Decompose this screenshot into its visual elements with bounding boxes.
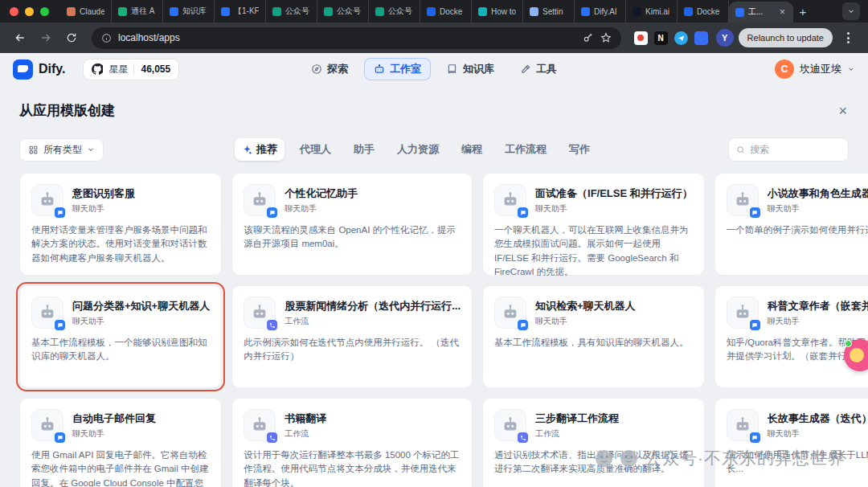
forward-button[interactable] (35, 27, 56, 48)
card-description: 此示例演示如何在迭代节点内使用并行运行。 （迭代内并行运行） (244, 336, 461, 364)
user-name: 坎迪亚埃 (800, 62, 841, 76)
tab-label: Kimi.ai (645, 7, 670, 16)
template-card[interactable]: 自动电子邮件回复聊天助手使用 Gmail API 回复电子邮件。它将自动检索您收… (19, 398, 222, 487)
arrow-left-icon (14, 31, 27, 44)
card-title: 自动电子邮件回复 (72, 411, 156, 426)
template-card[interactable]: 科普文章作者（嵌套并行）聊天助手知乎/Quora科普文章作者。帮助用户更快地理解… (714, 285, 868, 388)
browser-tab[interactable]: Docke (420, 0, 472, 23)
telegram-extension-icon[interactable] (674, 31, 688, 45)
template-card[interactable]: 面试准备（IF/ELSE 和并行运行）聊天助手一个聊天机器人，可以在互联网上收集… (482, 173, 705, 276)
dify-logo[interactable]: Dify. (13, 59, 65, 80)
card-category: 聊天助手 (72, 316, 210, 327)
maximize-window-button[interactable] (40, 7, 49, 16)
browser-tab[interactable]: 通往 A (112, 0, 163, 23)
card-title: 小说故事和角色生成器（简单并行运... (768, 186, 868, 201)
template-card[interactable]: 三步翻译工作流程工作流通过识别技术术语、指出直译问题以及根据反馈进行第二次翻译来… (482, 398, 705, 487)
extension-icon[interactable] (634, 31, 648, 45)
category-tab-label: 工作流程 (505, 142, 547, 157)
new-tab-button[interactable]: + (793, 2, 813, 21)
nav-item-label: 工作室 (390, 62, 421, 76)
template-card[interactable]: 问题分类器+知识+聊天机器人聊天助手基本工作流程模板，一个能够识别意图和知识库的… (19, 285, 222, 388)
robot-icon (31, 409, 63, 441)
close-icon[interactable]: × (838, 104, 847, 118)
category-tab[interactable]: 工作流程 (497, 138, 554, 161)
chevron-down-icon (87, 145, 95, 153)
card-title: 股票新闻情绪分析（迭代内并行运行... (285, 299, 461, 313)
relaunch-button[interactable]: Relaunch to update (739, 28, 833, 47)
search-box[interactable] (728, 137, 849, 162)
browser-tabs: Claude通往 A知识库【1-KF公众号公众号公众号DockeHow toSe… (60, 0, 793, 23)
browser-tab[interactable]: Settin (523, 0, 575, 23)
template-card[interactable]: 书籍翻译工作流设计用于每次运行翻译整本书最多 15000 个标记的工作流程。使用… (231, 398, 473, 487)
card-category: 聊天助手 (768, 203, 868, 215)
template-card[interactable]: 股票新闻情绪分析（迭代内并行运行...工作流此示例演示如何在迭代节点内使用并行运… (231, 285, 473, 388)
extension-icon[interactable] (694, 31, 708, 45)
dify-logo-icon (13, 59, 33, 80)
tab-favicon-icon (118, 7, 127, 16)
notion-extension-icon[interactable]: N (654, 31, 668, 45)
reload-button[interactable] (61, 27, 82, 48)
browser-tab[interactable]: 公众号 (369, 0, 420, 23)
nav-item[interactable]: 知识库 (437, 58, 504, 80)
nav-item[interactable]: 工作室 (364, 58, 431, 80)
chat-badge-icon (266, 207, 278, 219)
search-input[interactable] (750, 144, 841, 155)
nav-item[interactable]: 工具 (510, 58, 567, 80)
github-icon (92, 63, 103, 75)
tab-close-icon[interactable]: × (778, 6, 787, 18)
category-tab[interactable]: 推荐 (235, 138, 285, 161)
tab-label: Docke (440, 7, 465, 16)
bookmark-star-icon[interactable] (600, 32, 612, 43)
browser-profile-avatar[interactable]: Y (716, 29, 734, 47)
github-star-badge[interactable]: 星星 46,055 (83, 59, 179, 80)
account-menu[interactable]: C 坎迪亚埃 (775, 59, 855, 79)
template-card[interactable]: 小说故事和角色生成器（简单并行运...聊天助手一个简单的例子演示如何使用并行运行… (714, 173, 868, 276)
back-button[interactable] (10, 27, 31, 48)
category-tab-label: 助手 (354, 142, 375, 157)
close-window-button[interactable] (10, 7, 18, 16)
github-star-label: 星星 (108, 63, 128, 76)
chat-badge-icon (54, 207, 66, 219)
workflow-badge-icon (517, 432, 529, 444)
category-tab[interactable]: 写作 (562, 138, 597, 161)
category-tab[interactable]: 人力资源 (390, 138, 446, 161)
template-card[interactable]: 知识检索+聊天机器人聊天助手基本工作流程模板，具有知识库的聊天机器人。 (482, 285, 705, 388)
template-card[interactable]: 意图识别客服聊天助手使用对话变量来管理客户服务场景中问题和解决方案的状态。使用对… (19, 173, 222, 276)
page-title: 从应用模版创建 (19, 101, 115, 120)
browser-tab[interactable]: 公众号 (317, 0, 369, 23)
type-filter-dropdown[interactable]: 所有类型 (19, 138, 104, 162)
card-category: 聊天助手 (72, 203, 135, 215)
template-grid: 意图识别客服聊天助手使用对话变量来管理客户服务场景中问题和解决方案的状态。使用对… (19, 173, 849, 487)
watermark: 公众号·不东东的异想世界 (595, 447, 845, 469)
browser-tab[interactable]: How to (472, 0, 523, 23)
omnibox[interactable]: localhost/apps (92, 27, 621, 49)
browser-tab[interactable]: 【1-KF (215, 0, 266, 23)
tab-label: 公众号 (388, 6, 413, 17)
browser-menu-button[interactable] (837, 27, 858, 48)
tab-favicon-icon (530, 7, 538, 16)
browser-tab[interactable]: 知识库 (163, 0, 215, 23)
site-info-icon[interactable] (101, 33, 112, 43)
minimize-window-button[interactable] (25, 7, 34, 16)
app-nav: 探索工作室知识库工具 (301, 58, 567, 80)
browser-tab[interactable]: Dify.Al (575, 0, 626, 23)
password-key-icon[interactable] (583, 32, 594, 43)
template-card[interactable]: 长故事生成器（迭代）聊天助手演示如何使用迭代节点生成长于LLMs上下文长度的长.… (714, 398, 868, 487)
category-tab[interactable]: 助手 (346, 138, 382, 161)
browser-tab[interactable]: 公众号 (266, 0, 317, 23)
card-category: 聊天助手 (535, 203, 693, 215)
category-tab[interactable]: 编程 (454, 138, 489, 161)
browser-tab[interactable]: Kimi.ai (626, 0, 678, 23)
category-tab[interactable]: 代理人 (293, 138, 338, 161)
tab-search-button[interactable] (842, 2, 860, 20)
template-card[interactable]: 个性化记忆助手聊天助手该聊天流程的灵感来自 OpenAI 的个性化记忆，提示源自… (231, 173, 473, 276)
card-title: 知识检索+聊天机器人 (535, 299, 636, 313)
browser-tab[interactable]: Claude (60, 0, 112, 23)
macos-traffic-lights (10, 7, 49, 16)
card-title: 个性化记忆助手 (285, 186, 358, 201)
browser-tab[interactable]: Docke (678, 0, 729, 23)
card-description: 设计用于每次运行翻译整本书最多 15000 个标记的工作流程。使用代码节点将文本… (244, 448, 461, 487)
category-tabs: 推荐代理人助手人力资源编程工作流程写作 (104, 138, 728, 161)
browser-tab[interactable]: 工...× (729, 2, 793, 23)
nav-item[interactable]: 探索 (301, 58, 358, 80)
